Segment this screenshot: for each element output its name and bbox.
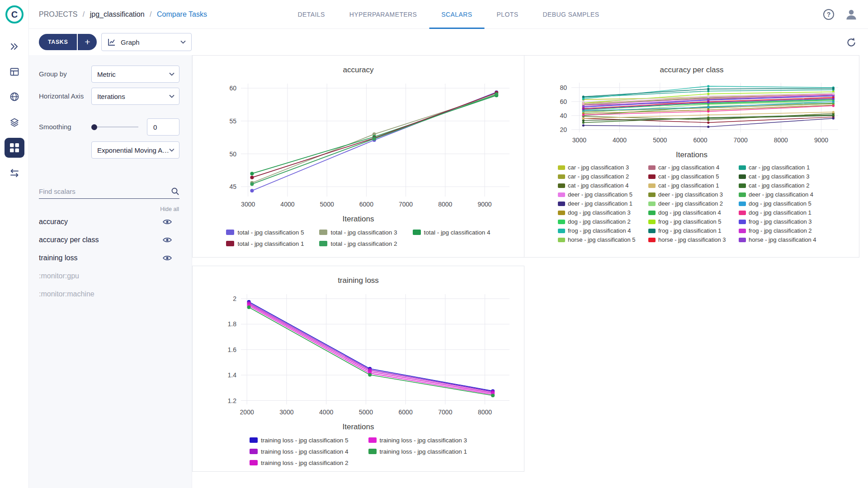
smoothing-slider[interactable]	[91, 124, 138, 130]
legend-item[interactable]: horse - jpg classification 3	[648, 236, 735, 244]
svg-text:5000: 5000	[653, 136, 667, 144]
tab-details[interactable]: DETAILS	[286, 0, 337, 29]
svg-text:8000: 8000	[438, 201, 452, 208]
legend-item[interactable]: dog - jpg classification 4	[648, 209, 735, 216]
legend-item[interactable]: frog - jpg classification 5	[648, 218, 735, 225]
scalar-item-training-loss[interactable]: training loss	[29, 253, 192, 263]
scalar-item-monitor-machine[interactable]: :monitor:machine	[29, 289, 192, 300]
legend-item[interactable]: horse - jpg classification 4	[739, 236, 826, 244]
tab-plots[interactable]: PLOTS	[485, 0, 531, 29]
hide-all-button[interactable]: Hide all	[160, 206, 179, 212]
legend-item[interactable]: dog - jpg classification 1	[739, 209, 826, 216]
legend-item[interactable]: total - jpg classification 5	[226, 228, 304, 237]
slider-track	[91, 127, 138, 127]
breadcrumb-projects[interactable]: PROJECTS	[39, 10, 77, 18]
legend-label: total - jpg classification 3	[330, 229, 397, 236]
legend-item[interactable]: deer - jpg classification 4	[739, 191, 826, 198]
legend-swatch	[558, 202, 565, 206]
legend-label: training loss - jpg classification 3	[380, 437, 467, 444]
legend-label: frog - jpg classification 1	[658, 227, 721, 234]
plot-training-loss[interactable]: 20003000400050006000700080001.21.41.61.8…	[198, 287, 519, 422]
legend-label: dog - jpg classification 4	[658, 209, 721, 216]
legend-item[interactable]: total - jpg classification 4	[413, 228, 491, 237]
legend-item[interactable]: cat - jpg classification 1	[648, 182, 735, 189]
scalar-item-monitor-gpu[interactable]: :monitor:gpu	[29, 271, 192, 282]
add-task-button[interactable]: +	[78, 34, 97, 50]
legend-swatch	[739, 192, 746, 197]
plot-accuracy[interactable]: 300040005000600070008000900045505560	[198, 76, 519, 214]
user-avatar[interactable]	[844, 8, 858, 21]
svg-text:1.4: 1.4	[227, 371, 236, 379]
nav-workers-icon[interactable]	[9, 91, 20, 102]
horizontal-axis-select[interactable]: Iterations	[91, 88, 179, 105]
nav-projects-icon[interactable]	[5, 138, 24, 158]
view-type-select[interactable]: Graph	[101, 33, 192, 51]
smoothing-algorithm-select[interactable]: Exponential Moving Av...	[91, 141, 179, 159]
legend-item[interactable]: dog - jpg classification 5	[739, 200, 826, 207]
scalar-item-accuracy-per-class[interactable]: accuracy per class	[29, 235, 192, 245]
legend-label: dog - jpg classification 1	[749, 209, 811, 216]
legend-item[interactable]: horse - jpg classification 1	[558, 245, 645, 246]
legend-item[interactable]: dog - jpg classification 3	[558, 209, 645, 216]
auto-refresh-icon[interactable]	[845, 37, 857, 48]
legend-item[interactable]: cat - jpg classification 5	[648, 173, 735, 180]
legend-item[interactable]: car - jpg classification 3	[558, 164, 645, 171]
legend-item[interactable]: frog - jpg classification 1	[648, 227, 735, 235]
group-by-select[interactable]: Metric	[91, 66, 179, 83]
legend-item[interactable]: total - jpg classification 3	[319, 228, 397, 237]
plot-accuracy-per-class[interactable]: 300040005000600070008000900020406080	[533, 76, 850, 150]
legend-swatch	[558, 192, 565, 197]
nav-getting-started-icon[interactable]	[9, 41, 20, 52]
svg-text:80: 80	[560, 84, 567, 91]
nav-pipelines-icon[interactable]	[9, 168, 20, 178]
clearml-logo[interactable]: C	[5, 5, 24, 24]
legend-swatch	[648, 183, 656, 188]
tab-scalars[interactable]: SCALARS	[429, 0, 484, 29]
legend-item[interactable]: car - jpg classification 1	[739, 164, 826, 171]
legend-item[interactable]: training loss - jpg classification 3	[368, 436, 467, 445]
legend-item[interactable]: car - jpg classification 4	[648, 164, 735, 171]
legend-item[interactable]: cat - jpg classification 2	[739, 182, 826, 189]
tab-hyperparameters[interactable]: HYPERPARAMETERS	[337, 0, 429, 29]
visibility-eye-icon[interactable]	[163, 255, 172, 263]
legend-item[interactable]: horse - jpg classification 2	[648, 245, 735, 246]
visibility-eye-icon[interactable]	[163, 237, 172, 245]
legend-item[interactable]: total - jpg classification 2	[319, 239, 397, 248]
legend-item[interactable]: training loss - jpg classification 5	[250, 436, 349, 445]
legend-item[interactable]: dog - jpg classification 2	[558, 218, 645, 225]
svg-text:1.8: 1.8	[227, 320, 236, 328]
legend-item[interactable]: training loss - jpg classification 2	[250, 458, 349, 467]
svg-text:60: 60	[229, 84, 236, 92]
svg-text:50: 50	[229, 150, 236, 158]
smoothing-value-input[interactable]	[147, 118, 179, 136]
legend-item[interactable]: horse - jpg classification 5	[558, 236, 645, 244]
legend-item[interactable]: cat - jpg classification 4	[558, 182, 645, 189]
legend-item[interactable]: training loss - jpg classification 4	[250, 447, 349, 456]
svg-text:8000: 8000	[478, 408, 492, 416]
legend-item[interactable]: training loss - jpg classification 1	[368, 447, 467, 456]
visibility-eye-icon[interactable]	[163, 219, 172, 227]
help-icon[interactable]: ?	[823, 9, 835, 20]
nav-datasets-icon[interactable]	[9, 117, 20, 128]
legend-item[interactable]: deer - jpg classification 2	[648, 200, 735, 207]
legend-item[interactable]: car - jpg classification 2	[558, 173, 645, 180]
nav-queues-icon[interactable]	[9, 66, 20, 77]
breadcrumb-project[interactable]: jpg_classification	[90, 10, 145, 18]
legend-item[interactable]: car - jpg classification 5	[739, 245, 826, 246]
tasks-button[interactable]: TASKS	[39, 34, 77, 50]
legend-item[interactable]: deer - jpg classification 1	[558, 200, 645, 207]
tab-debug-samples[interactable]: DEBUG SAMPLES	[530, 0, 611, 29]
legend-item[interactable]: frog - jpg classification 2	[739, 227, 826, 235]
legend-item[interactable]: deer - jpg classification 5	[558, 191, 645, 198]
svg-text:5000: 5000	[359, 408, 373, 416]
legend-item[interactable]: frog - jpg classification 4	[558, 227, 645, 235]
legend-item[interactable]: deer - jpg classification 3	[648, 191, 735, 198]
legend-item[interactable]: total - jpg classification 1	[226, 239, 304, 248]
scalar-item-accuracy[interactable]: accuracy	[29, 216, 192, 227]
search-icon[interactable]	[171, 187, 179, 196]
legend-item[interactable]: frog - jpg classification 3	[739, 218, 826, 225]
smoothing-slider-knob[interactable]	[91, 124, 97, 130]
legend-item[interactable]: cat - jpg classification 3	[739, 173, 826, 180]
legend-swatch	[558, 229, 565, 233]
find-scalars-input[interactable]	[39, 185, 165, 197]
